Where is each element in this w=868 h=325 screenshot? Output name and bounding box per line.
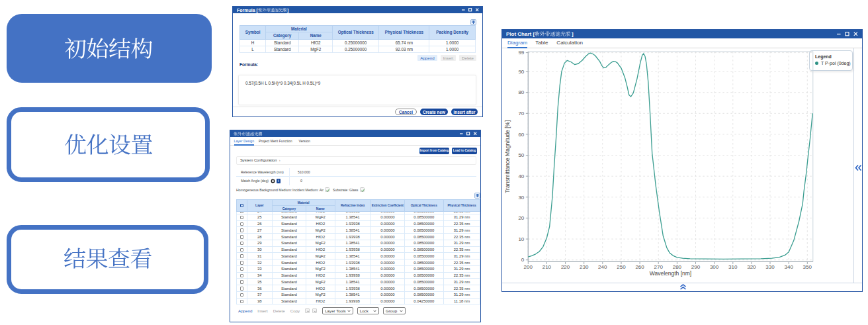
svg-text:99: 99 [518,50,524,56]
svg-text:50: 50 [518,152,524,158]
svg-text:330: 330 [765,264,775,270]
svg-text:340: 340 [785,264,794,270]
svg-text:310: 310 [728,264,738,270]
svg-text:200: 200 [524,264,533,270]
svg-text:0: 0 [521,257,525,263]
svg-text:70: 70 [518,111,524,116]
svg-text:80: 80 [518,89,524,95]
svg-text:40: 40 [518,173,524,179]
svg-text:10: 10 [518,236,524,242]
svg-text:250: 250 [617,264,626,270]
svg-text:Wavelength [nm]: Wavelength [nm] [650,270,691,277]
svg-text:220: 220 [561,264,570,270]
svg-text:300: 300 [710,264,719,270]
svg-text:350: 350 [803,264,812,270]
svg-text:230: 230 [580,264,589,270]
svg-text:210: 210 [542,264,552,270]
svg-text:20: 20 [518,215,524,221]
svg-text:270: 270 [654,264,664,270]
svg-text:90: 90 [518,69,524,75]
svg-text:260: 260 [635,264,644,270]
svg-text:60: 60 [518,132,524,138]
svg-text:290: 290 [691,264,701,270]
svg-text:240: 240 [598,264,607,270]
svg-text:280: 280 [673,264,682,270]
svg-text:320: 320 [747,264,756,270]
svg-text:30: 30 [518,195,524,201]
svg-text:Transmittance Magnitude [%]: Transmittance Magnitude [%] [504,120,511,193]
